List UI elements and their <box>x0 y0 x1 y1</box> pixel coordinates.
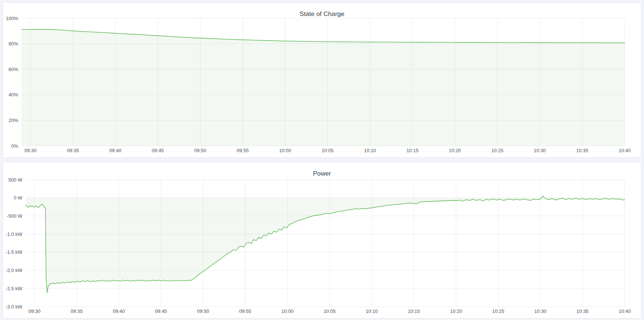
panel-state-of-charge: State of Charge 0%20%40%60%80%100%09:300… <box>3 2 641 158</box>
x-tick-label: 09:35 <box>71 308 83 314</box>
series-fill <box>26 196 625 293</box>
y-tick-label: 500 W <box>8 177 22 183</box>
grafana-dashboard: State of Charge 0%20%40%60%80%100%09:300… <box>0 0 644 320</box>
x-tick-label: 09:40 <box>109 148 122 153</box>
x-tick-label: 09:45 <box>155 308 167 314</box>
x-tick-label: 10:00 <box>281 308 294 314</box>
x-tick-label: 10:05 <box>321 148 334 153</box>
y-tick-label: -3.0 kW <box>6 304 23 310</box>
x-tick-label: 09:50 <box>194 148 207 153</box>
panel-title-power[interactable]: Power <box>3 170 641 177</box>
y-tick-label: -2.5 kW <box>6 286 23 291</box>
state-of-charge-time-series-plot[interactable]: 0%20%40%60%80%100%09:3009:3509:4009:4509… <box>3 3 641 157</box>
panel-power: Power 500 W0 W-500 W-1.0 kW-1.5 kW-2.0 k… <box>3 162 641 319</box>
y-tick-label: -1.0 kW <box>6 231 23 237</box>
y-tick-label: 40% <box>9 92 18 97</box>
x-tick-label: 09:55 <box>239 308 252 314</box>
x-tick-label: 10:30 <box>534 148 546 153</box>
x-tick-label: 10:10 <box>366 308 378 314</box>
panel-title-state-of-charge[interactable]: State of Charge <box>3 10 641 18</box>
x-tick-label: 09:30 <box>29 308 41 314</box>
y-tick-label: -1.5 kW <box>6 249 23 255</box>
series-fill <box>22 29 625 146</box>
x-tick-label: 10:15 <box>408 308 420 314</box>
x-tick-label: 10:00 <box>279 148 291 153</box>
x-tick-label: 09:35 <box>67 148 79 153</box>
x-tick-label: 09:45 <box>152 148 164 153</box>
x-tick-label: 10:40 <box>619 308 631 314</box>
x-tick-label: 10:25 <box>492 308 504 314</box>
x-tick-label: 10:25 <box>491 148 504 153</box>
y-tick-label: 0% <box>11 143 18 149</box>
x-tick-label: 10:35 <box>576 148 589 153</box>
x-tick-label: 10:15 <box>407 148 419 153</box>
y-tick-label: 80% <box>9 41 18 47</box>
x-tick-label: 09:50 <box>197 308 209 314</box>
y-tick-label: -500 W <box>7 213 23 219</box>
x-tick-label: 10:20 <box>449 148 461 153</box>
y-tick-label: -2.0 kW <box>6 268 23 273</box>
x-tick-label: 09:30 <box>25 148 37 153</box>
x-tick-label: 10:30 <box>534 308 547 314</box>
x-tick-label: 10:35 <box>576 308 589 314</box>
y-tick-label: 0 W <box>14 195 23 201</box>
x-tick-label: 10:10 <box>364 148 376 153</box>
x-tick-label: 10:40 <box>619 148 631 153</box>
x-tick-label: 09:55 <box>237 148 249 153</box>
x-tick-label: 10:20 <box>450 308 462 314</box>
x-tick-label: 09:40 <box>113 308 125 314</box>
x-tick-label: 10:05 <box>324 308 336 314</box>
power-time-series-plot[interactable]: 500 W0 W-500 W-1.0 kW-1.5 kW-2.0 kW-2.5 … <box>3 162 641 318</box>
y-tick-label: 60% <box>9 67 18 72</box>
y-tick-label: 20% <box>9 118 18 123</box>
